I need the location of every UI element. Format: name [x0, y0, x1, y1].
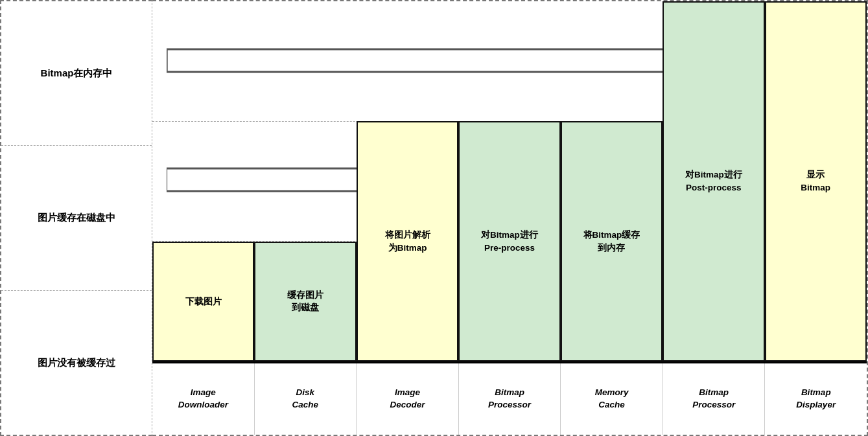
col-image-decoder: 将图片解析为Bitmap — [357, 1, 458, 361]
box-memory-cache: 将Bitmap缓存到内存 — [561, 121, 663, 361]
row-label-nocache: 图片没有被缓存过 — [1, 291, 152, 435]
row-label-nocache-text: 图片没有被缓存过 — [38, 355, 115, 371]
col-bitmap-processor-2: 对Bitmap进行Post-process — [663, 1, 764, 361]
row-label-disk-text: 图片缓存在磁盘中 — [38, 210, 115, 225]
main-diagram: Bitmap在内存中 图片缓存在磁盘中 图片没有被缓存过 — [0, 0, 868, 436]
blabel-disk-cache: DiskCache — [255, 363, 357, 435]
col-memory-cache: 将Bitmap缓存到内存 — [561, 1, 663, 361]
blabel-img-downloader: ImageDownloader — [152, 363, 255, 435]
chart-main: 下载图片 缓存图片到磁盘 将图片解析为Bitmap — [152, 1, 867, 363]
col-img-downloader: 下载图片 — [152, 1, 254, 361]
box-image-decoder: 将图片解析为Bitmap — [357, 121, 458, 361]
row-label-disk: 图片缓存在磁盘中 — [1, 146, 152, 290]
blabel-bitmap-displayer: BitmapDisplayer — [765, 363, 867, 435]
box-bitmap-processor-2: 对Bitmap进行Post-process — [663, 1, 764, 361]
box-disk-cache: 缓存图片到磁盘 — [254, 242, 356, 361]
blabel-bitmap-processor-1: BitmapProcessor — [459, 363, 561, 435]
row-label-memory-text: Bitmap在内存中 — [41, 65, 113, 81]
box-bitmap-displayer: 显示Bitmap — [765, 1, 867, 361]
row-label-memory: Bitmap在内存中 — [1, 1, 152, 146]
box-img-downloader: 下载图片 — [152, 242, 254, 361]
col-bitmap-processor-1: 对Bitmap进行Pre-process — [458, 1, 560, 361]
chart-area: 下载图片 缓存图片到磁盘 将图片解析为Bitmap — [152, 0, 868, 436]
blabel-image-decoder: ImageDecoder — [357, 363, 459, 435]
col-disk-cache: 缓存图片到磁盘 — [254, 1, 356, 361]
bottom-labels: ImageDownloader DiskCache ImageDecoder B… — [152, 363, 867, 435]
col-bitmap-displayer: 显示Bitmap — [765, 1, 867, 361]
box-bitmap-processor-1: 对Bitmap进行Pre-process — [458, 121, 560, 361]
blabel-bitmap-processor-2: BitmapProcessor — [663, 363, 766, 435]
blabel-memory-cache: MemoryCache — [561, 363, 663, 435]
row-labels: Bitmap在内存中 图片缓存在磁盘中 图片没有被缓存过 — [0, 0, 152, 436]
process-columns: 下载图片 缓存图片到磁盘 将图片解析为Bitmap — [152, 1, 867, 361]
